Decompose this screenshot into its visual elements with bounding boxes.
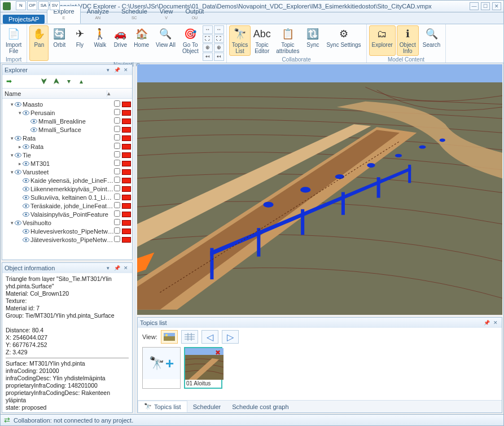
tree-checkbox[interactable]	[114, 134, 122, 142]
chevron-up-icon[interactable]: ▴	[77, 77, 86, 86]
topic-attributes-button[interactable]: 📋Topicattributes	[273, 25, 302, 56]
tree-row[interactable]: Teräskaide, johde_LineFeature	[2, 201, 132, 210]
nav-extra-button[interactable]: ↤	[203, 52, 213, 61]
tree-checkbox[interactable]	[114, 109, 122, 116]
bottomtab-topicslist[interactable]: 🔭 Topics list	[138, 401, 187, 412]
visibility-eye-icon[interactable]	[23, 211, 30, 217]
tree-twisty-icon[interactable]: ▾	[9, 169, 15, 175]
tree-checkbox[interactable]	[114, 177, 122, 184]
tree-row[interactable]: ▾Perusain	[2, 108, 132, 117]
object-info-button[interactable]: ℹObjectInfo	[397, 25, 419, 56]
tree-checkbox[interactable]	[114, 219, 122, 226]
expand-down-icon[interactable]: ⮟	[40, 77, 49, 86]
tree-row[interactable]: ▾Maasto	[2, 100, 132, 108]
fly-button[interactable]: ✈Fly	[70, 25, 89, 61]
tree-checkbox[interactable]	[114, 236, 122, 243]
panel-close-icon[interactable]: ✕	[122, 264, 130, 272]
tree-checkbox[interactable]	[114, 210, 122, 218]
tree-row[interactable]: Sulkuviiva, keltainen 0.1_LineFeature	[2, 193, 132, 201]
color-swatch[interactable]	[122, 135, 131, 141]
color-swatch[interactable]	[122, 144, 131, 150]
visibility-eye-icon[interactable]	[23, 109, 30, 116]
panel-pin-icon[interactable]: 📌	[483, 319, 490, 327]
delete-icon[interactable]: ✖	[215, 349, 221, 357]
nav-extra-button[interactable]: ⛶	[203, 34, 213, 43]
walk-button[interactable]: 🚶Walk	[90, 25, 109, 61]
nav-extra-button[interactable]: ↤	[214, 52, 224, 61]
color-swatch[interactable]	[122, 237, 131, 243]
visibility-eye-icon[interactable]	[15, 152, 23, 158]
tree-row[interactable]: ▸MT301	[2, 159, 132, 168]
color-swatch[interactable]	[122, 169, 131, 175]
tree-row[interactable]: Valaisinpylväs_PointFeature	[2, 210, 132, 218]
collapse-up-icon[interactable]: ⮝	[52, 77, 61, 86]
3d-viewport[interactable]	[137, 64, 502, 315]
panel-dropdown-icon[interactable]: ▾	[104, 264, 112, 272]
view-all-button[interactable]: 🔍View All	[153, 25, 178, 61]
visibility-eye-icon[interactable]	[15, 135, 23, 141]
tree-checkbox[interactable]	[114, 194, 122, 201]
visibility-eye-icon[interactable]	[23, 236, 30, 243]
color-swatch[interactable]	[122, 186, 131, 192]
panel-close-icon[interactable]: ✕	[492, 319, 499, 327]
qat-saveas-button[interactable]: SV	[50, 1, 60, 10]
visibility-eye-icon[interactable]	[30, 126, 38, 133]
view-list-button[interactable]	[181, 330, 198, 344]
tree-row[interactable]: Mmalli_Surface	[2, 125, 132, 134]
topics-list-button[interactable]: 🔭TopicsList	[229, 25, 251, 56]
visibility-eye-icon[interactable]	[23, 160, 30, 166]
visibility-eye-icon[interactable]	[15, 169, 23, 175]
arrow-right-icon[interactable]: ➡	[5, 77, 14, 86]
home-button[interactable]: 🏠Home	[131, 25, 152, 61]
tree-row[interactable]: ▸Rata	[2, 142, 132, 151]
tree-twisty-icon[interactable]: ▾	[9, 102, 15, 107]
color-swatch[interactable]	[122, 127, 131, 133]
nav-extra-button[interactable]: ⊕	[203, 43, 213, 52]
color-swatch[interactable]	[122, 178, 131, 183]
color-swatch[interactable]	[122, 220, 131, 226]
add-topic-card[interactable]: 🔭 +	[142, 347, 181, 389]
tree-row[interactable]: Kaide yleensä, johde_LineFeature	[2, 176, 132, 185]
explorer-button[interactable]: 🗂Explorer	[369, 25, 396, 56]
visibility-eye-icon[interactable]	[23, 203, 30, 209]
visibility-eye-icon[interactable]	[23, 194, 30, 200]
color-swatch[interactable]	[122, 152, 131, 158]
tree-row[interactable]: ▾Vesihuolto	[2, 218, 132, 227]
panel-pin-icon[interactable]: 📌	[113, 264, 121, 272]
tree-twisty-icon[interactable]: ▾	[17, 110, 23, 116]
orbit-button[interactable]: 🔄Orbit	[50, 25, 69, 61]
color-swatch[interactable]	[122, 110, 131, 116]
qat-open-button[interactable]: OP	[27, 1, 37, 10]
nav-extra-button[interactable]: ↔	[214, 25, 224, 34]
color-swatch[interactable]	[122, 212, 131, 217]
visibility-eye-icon[interactable]	[23, 228, 30, 234]
tree-checkbox[interactable]	[114, 185, 122, 192]
tree-checkbox[interactable]	[114, 126, 122, 133]
color-swatch[interactable]	[122, 161, 131, 166]
close-button[interactable]: ✕	[492, 2, 501, 10]
tree-row[interactable]: ▾Tie	[2, 151, 132, 159]
tab-output[interactable]: OutputOU	[179, 6, 210, 24]
color-swatch[interactable]	[122, 229, 131, 234]
prev-button[interactable]: ◁	[201, 330, 218, 344]
tree-checkbox[interactable]	[114, 151, 122, 159]
tree-twisty-icon[interactable]: ▾	[9, 135, 15, 141]
tree-twisty-icon[interactable]: ▾	[9, 152, 15, 158]
nav-extra-button[interactable]: ↔	[203, 25, 213, 34]
tree-checkbox[interactable]	[114, 227, 122, 235]
tree-row[interactable]: ▾Rata	[2, 134, 132, 142]
visibility-eye-icon[interactable]	[30, 118, 38, 124]
next-button[interactable]: ▷	[222, 330, 239, 344]
drive-button[interactable]: 🚗Drive	[111, 25, 130, 61]
visibility-eye-icon[interactable]	[23, 186, 30, 192]
color-swatch[interactable]	[122, 203, 131, 209]
tree-twisty-icon[interactable]: ▸	[17, 144, 23, 150]
tab-view[interactable]: ViewV	[154, 6, 179, 24]
color-swatch[interactable]	[122, 102, 131, 107]
chevron-down-icon[interactable]: ▾	[64, 77, 73, 86]
tree-checkbox[interactable]	[114, 117, 122, 125]
nav-extra-button[interactable]: ⛶	[214, 34, 224, 43]
sync-settings-button[interactable]: ⚙Sync Settings	[323, 25, 363, 56]
tree-checkbox[interactable]	[114, 100, 122, 108]
bottomtab-schedulecost[interactable]: Schedule cost graph	[226, 402, 294, 412]
